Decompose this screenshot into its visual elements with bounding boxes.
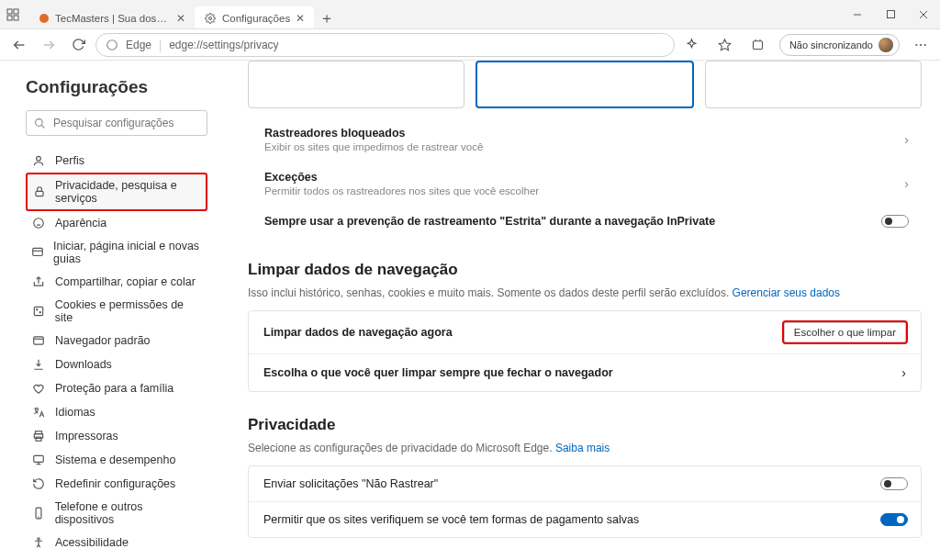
back-button[interactable] xyxy=(7,33,31,57)
close-icon[interactable]: ✕ xyxy=(176,12,185,25)
tracking-card-strict[interactable] xyxy=(705,61,922,108)
svg-point-19 xyxy=(924,43,926,45)
tab-settings[interactable]: Configurações ✕ xyxy=(195,6,314,28)
refresh-button[interactable] xyxy=(66,33,90,57)
svg-marker-13 xyxy=(720,39,732,50)
svg-rect-23 xyxy=(36,191,43,196)
tecmasters-favicon-icon xyxy=(39,12,50,25)
sidebar-item-default-browser[interactable]: Navegador padrão xyxy=(26,329,207,353)
sidebar-item-appearance[interactable]: Aparência xyxy=(26,211,207,235)
titlebar: TecMasters | Sua dose diária de t ✕ Conf… xyxy=(0,0,940,29)
minimize-button[interactable] xyxy=(841,0,874,28)
search-settings-input[interactable]: Pesquisar configurações xyxy=(26,110,207,136)
sidebar-item-languages[interactable]: Idiomas xyxy=(26,400,207,424)
payment-check-toggle[interactable] xyxy=(880,513,908,526)
browser-icon xyxy=(31,333,46,348)
more-button[interactable] xyxy=(909,33,933,57)
maximize-icon xyxy=(886,9,896,19)
sync-profile-button[interactable]: Não sincronizando xyxy=(779,34,900,56)
tab-strip: TecMasters | Sua dose diária de t ✕ Conf… xyxy=(26,0,340,28)
privacy-panel: Enviar solicitações "Não Rastrear" Permi… xyxy=(248,465,922,538)
privacy-learn-more-link[interactable]: Saiba mais xyxy=(555,442,610,454)
address-bar[interactable]: Edge | edge://settings/privacy xyxy=(95,33,675,57)
favorites-button[interactable] xyxy=(713,33,737,57)
settings-favicon-icon xyxy=(204,12,217,25)
lock-icon xyxy=(33,185,46,199)
svg-rect-3 xyxy=(14,16,18,20)
section-privacy-title: Privacidade xyxy=(248,416,922,434)
collections-button[interactable] xyxy=(746,33,770,57)
sidebar-item-phone[interactable]: Telefone e outros dispositivos xyxy=(26,496,207,531)
strict-inprivate-row: Sempre usar a prevenção de rastreamento … xyxy=(248,206,922,237)
phone-icon xyxy=(31,506,46,521)
language-icon xyxy=(31,405,46,420)
tab-tecmasters[interactable]: TecMasters | Sua dose diária de t ✕ xyxy=(29,6,195,28)
download-icon xyxy=(31,357,46,372)
payment-check-row: Permitir que os sites verifiquem se você… xyxy=(249,501,921,537)
sparkle-star-icon xyxy=(685,38,699,51)
sidebar-item-family[interactable]: Proteção para a família xyxy=(26,376,207,400)
strict-inprivate-toggle[interactable] xyxy=(881,215,909,228)
svg-point-22 xyxy=(37,156,41,161)
svg-rect-2 xyxy=(7,16,12,20)
read-aloud-button[interactable] xyxy=(680,33,704,57)
blocked-trackers-row[interactable]: Rastreadores bloqueados Exibir os sites … xyxy=(248,118,922,162)
settings-nav: Perfis Privacidade, pesquisa e serviços … xyxy=(26,149,207,560)
maximize-button[interactable] xyxy=(874,0,907,28)
sidebar-item-cookies[interactable]: Cookies e permissões de site xyxy=(26,294,207,329)
sidebar-item-about[interactable]: Sobre o Microsoft Edge xyxy=(26,554,207,560)
tracking-card-basic[interactable] xyxy=(248,61,464,108)
family-icon xyxy=(31,381,46,396)
settings-sidebar: Configurações Pesquisar configurações Pe… xyxy=(0,61,220,560)
new-tab-button[interactable]: ＋ xyxy=(314,9,340,28)
sidebar-item-startup[interactable]: Iniciar, página inicial e novas guias xyxy=(26,235,207,270)
svg-line-21 xyxy=(41,125,44,128)
svg-point-5 xyxy=(209,17,212,20)
forward-button[interactable] xyxy=(37,33,61,57)
svg-rect-14 xyxy=(754,41,763,50)
clear-on-close-row[interactable]: Escolha o que você quer limpar sempre qu… xyxy=(249,353,921,391)
cookies-icon xyxy=(31,304,46,319)
close-icon xyxy=(918,9,929,20)
svg-point-20 xyxy=(36,118,43,126)
chevron-right-icon: › xyxy=(904,176,909,191)
close-icon[interactable]: ✕ xyxy=(296,12,305,25)
section-privacy-desc: Selecione as configurações de privacidad… xyxy=(248,442,922,454)
tab-actions-button[interactable] xyxy=(0,0,26,28)
sidebar-item-printers[interactable]: Impressoras xyxy=(26,424,207,448)
sidebar-item-reset[interactable]: Redefinir configurações xyxy=(26,472,207,496)
page-title: Configurações xyxy=(26,77,207,97)
svg-rect-27 xyxy=(34,307,42,315)
sidebar-item-privacy[interactable]: Privacidade, pesquisa e serviços xyxy=(26,173,207,211)
svg-rect-30 xyxy=(34,337,44,344)
do-not-track-toggle[interactable] xyxy=(880,477,908,490)
section-clear-desc: Isso inclui histórico, senhas, cookies e… xyxy=(248,286,922,299)
sidebar-item-profiles[interactable]: Perfis xyxy=(26,149,207,173)
clear-now-row: Limpar dados de navegação agora Escolher… xyxy=(249,311,921,353)
search-icon xyxy=(34,118,46,129)
collections-icon xyxy=(751,38,765,51)
share-icon xyxy=(31,274,46,289)
accessibility-icon xyxy=(31,535,46,550)
manage-data-link[interactable]: Gerenciar seus dados xyxy=(733,286,840,299)
printer-icon xyxy=(31,429,46,443)
refresh-icon xyxy=(72,38,85,51)
sidebar-item-accessibility[interactable]: Acessibilidade xyxy=(26,531,207,554)
tracking-card-balanced[interactable] xyxy=(476,61,694,108)
close-window-button[interactable] xyxy=(907,0,940,28)
star-plus-icon xyxy=(718,38,732,51)
tab-grid-icon xyxy=(6,8,19,21)
sidebar-item-downloads[interactable]: Downloads xyxy=(26,353,207,376)
choose-what-to-clear-button[interactable]: Escolher o que limpar xyxy=(784,322,906,342)
chevron-right-icon: › xyxy=(904,132,909,147)
sidebar-item-share[interactable]: Compartilhar, copiar e colar xyxy=(26,270,207,294)
tab-label: TecMasters | Sua dose diária de t xyxy=(55,13,171,24)
section-clear-title: Limpar dados de navegação xyxy=(248,261,922,279)
svg-point-4 xyxy=(39,14,49,23)
system-icon xyxy=(31,453,46,467)
exceptions-row[interactable]: Exceções Permitir todos os rastreadores … xyxy=(248,162,922,206)
do-not-track-row: Enviar solicitações "Não Rastrear" xyxy=(249,466,921,501)
sidebar-item-system[interactable]: Sistema e desempenho xyxy=(26,448,207,472)
svg-rect-35 xyxy=(34,455,44,462)
svg-point-40 xyxy=(38,538,39,540)
